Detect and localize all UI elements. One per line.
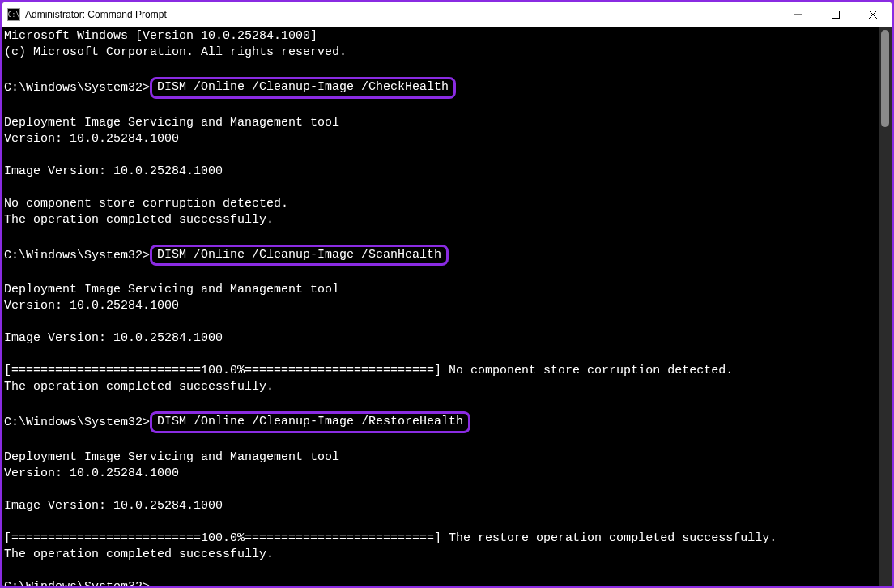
dism-version-line: Version: 10.0.25284.1000 [4, 466, 879, 482]
blank-line [4, 180, 879, 196]
blank-line [4, 563, 879, 579]
close-icon [869, 11, 877, 19]
active-prompt-line: C:\Windows\System32> [4, 579, 879, 586]
scrollbar-thumb[interactable] [881, 30, 889, 127]
blank-line [4, 314, 879, 330]
minimize-button[interactable] [780, 2, 817, 27]
highlighted-command-2: DISM /Online /Cleanup-Image /ScanHealth [150, 245, 449, 266]
dism-tool-line: Deployment Image Servicing and Managemen… [4, 282, 879, 298]
svg-rect-1 [832, 11, 840, 19]
blank-line [4, 228, 879, 245]
highlighted-command-1: DISM /Online /Cleanup-Image /CheckHealth [150, 77, 456, 99]
dism-tool-line: Deployment Image Servicing and Managemen… [4, 450, 879, 466]
maximize-icon [832, 11, 840, 19]
cmd-line-1: C:\Windows\System32>DISM /Online /Cleanu… [4, 77, 879, 99]
image-version-line: Image Version: 10.0.25284.1000 [4, 164, 879, 180]
blank-line [4, 347, 879, 363]
blank-line [4, 61, 879, 77]
blank-line [4, 433, 879, 450]
prompt-text: C:\Windows\System32> [4, 81, 150, 95]
version-line: Microsoft Windows [Version 10.0.25284.10… [4, 28, 879, 45]
highlighted-command-3: DISM /Online /Cleanup-Image /RestoreHeal… [150, 411, 470, 433]
prompt-text: C:\Windows\System32> [4, 580, 150, 586]
prompt-text: C:\Windows\System32> [4, 249, 150, 262]
copyright-line: (c) Microsoft Corporation. All rights re… [4, 45, 879, 61]
prompt-text: C:\Windows\System32> [4, 415, 150, 429]
window-controls [780, 2, 892, 27]
result-completed: The operation completed successfully. [4, 212, 879, 228]
minimize-icon [794, 11, 802, 19]
terminal-output[interactable]: Microsoft Windows [Version 10.0.25284.10… [2, 27, 879, 586]
progress-line-1: [==========================100.0%=======… [4, 363, 879, 379]
image-version-line: Image Version: 10.0.25284.1000 [4, 498, 879, 514]
cmd-icon: C:\ [7, 8, 20, 21]
blank-line [4, 266, 879, 282]
cmd-line-2: C:\Windows\System32>DISM /Online /Cleanu… [4, 245, 879, 266]
result-completed: The operation completed successfully. [4, 379, 879, 395]
window-title: Administrator: Command Prompt [25, 9, 780, 20]
image-version-line: Image Version: 10.0.25284.1000 [4, 330, 879, 347]
terminal-area: Microsoft Windows [Version 10.0.25284.10… [2, 27, 892, 586]
dism-version-line: Version: 10.0.25284.1000 [4, 298, 879, 314]
blank-line [4, 514, 879, 530]
blank-line [4, 395, 879, 411]
maximize-button[interactable] [817, 2, 854, 27]
blank-line [4, 99, 879, 115]
scrollbar[interactable] [879, 27, 892, 586]
progress-line-2: [==========================100.0%=======… [4, 530, 879, 547]
result-no-corruption: No component store corruption detected. [4, 196, 879, 212]
cmd-line-3: C:\Windows\System32>DISM /Online /Cleanu… [4, 411, 879, 433]
command-prompt-window: C:\ Administrator: Command Prompt Micros… [2, 2, 892, 586]
blank-line [4, 482, 879, 498]
titlebar[interactable]: C:\ Administrator: Command Prompt [2, 2, 892, 27]
dism-version-line: Version: 10.0.25284.1000 [4, 131, 879, 147]
dism-tool-line: Deployment Image Servicing and Managemen… [4, 115, 879, 131]
blank-line [4, 147, 879, 164]
result-completed: The operation completed successfully. [4, 547, 879, 563]
close-button[interactable] [854, 2, 892, 27]
